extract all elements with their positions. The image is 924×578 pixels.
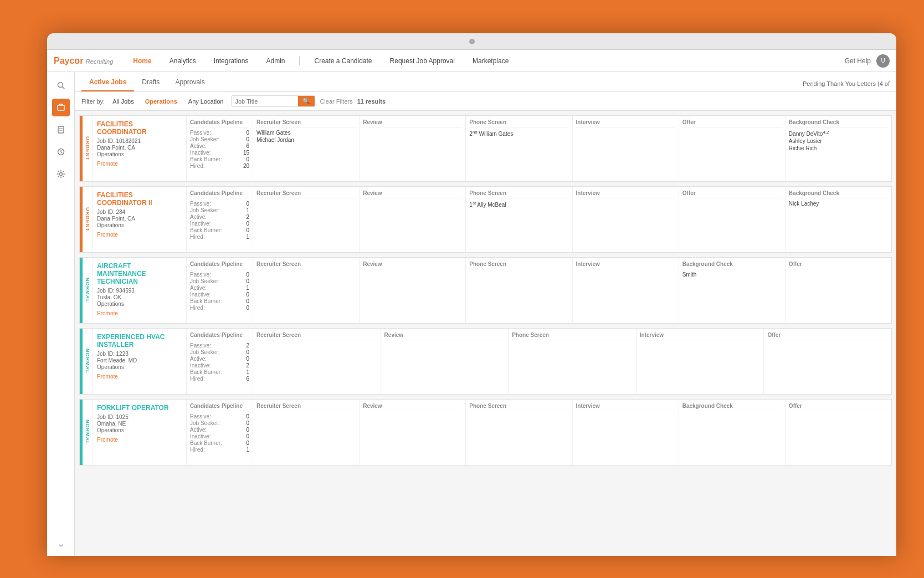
job-id: Job ID: 1025	[97, 414, 182, 420]
filter-operations[interactable]: Operations	[142, 97, 181, 106]
job-info: EXPERIENCED HVAC INSTALLER Job ID: 1223 …	[93, 329, 187, 394]
sidebar-chevron-icon[interactable]	[57, 542, 65, 551]
job-title[interactable]: FACILITIES COORDINATOR II	[97, 191, 182, 207]
background-header: Background Check	[682, 261, 782, 269]
job-row: NORMAL EXPERIENCED HVAC INSTALLER Job ID…	[79, 328, 892, 395]
urgency-col: NORMAL	[83, 400, 93, 465]
clear-filters-button[interactable]: Clear Filters	[320, 98, 352, 105]
job-title[interactable]: FORKLIFT OPERATOR	[97, 404, 182, 412]
job-title-search-input[interactable]	[232, 96, 298, 106]
svg-point-7	[59, 173, 62, 176]
candidate-name[interactable]: Richie Rich	[789, 145, 888, 151]
candidate-name[interactable]: 2nd William Gates	[469, 130, 568, 137]
interview-header: Interview	[640, 332, 761, 340]
sidebar	[47, 72, 75, 556]
jobs-list: URGENT FACILITIES COORDINATOR Job ID: 10…	[75, 111, 896, 474]
background-header: Background Check	[682, 403, 782, 411]
offer-header: Offer	[789, 261, 888, 269]
candidates-pipeline-col: Candidates Pipeline Passive:0 Job Seeker…	[187, 400, 253, 465]
nav-marketplace[interactable]: Marketplace	[469, 55, 512, 67]
recruiter-screen-col: Recruiter Screen	[253, 329, 381, 394]
urgency-col: URGENT	[83, 116, 93, 181]
background-header: Background Check	[789, 190, 888, 198]
nav-right: Get Help U	[845, 54, 890, 68]
search-button[interactable]: 🔍	[298, 96, 315, 106]
camera-dot	[469, 39, 475, 44]
svg-line-1	[62, 87, 64, 89]
sidebar-settings-icon[interactable]	[52, 165, 70, 183]
recruiter-header: Recruiter Screen	[256, 261, 356, 269]
background-col: Background Check Nick Lachey	[786, 187, 891, 252]
job-department: Operations	[97, 222, 182, 228]
offer-col: Offer	[764, 329, 891, 394]
job-promote[interactable]: Promote	[97, 310, 182, 316]
interview-col: Interview	[573, 400, 679, 465]
filter-all-jobs[interactable]: All Jobs	[109, 97, 137, 106]
filter-by-label: Filter by:	[81, 98, 105, 105]
job-row: NORMAL FORKLIFT OPERATOR Job ID: 1025 Om…	[79, 399, 892, 466]
nav-integrations[interactable]: Integrations	[211, 55, 252, 67]
tab-drafts[interactable]: Drafts	[134, 74, 167, 91]
nav-home[interactable]: Home	[130, 55, 155, 67]
phone-screen-col: Phone Screen 2nd William Gates	[466, 116, 572, 181]
sidebar-jobs-icon[interactable]	[52, 99, 70, 116]
filter-any-location[interactable]: Any Location	[185, 97, 227, 106]
review-header: Review	[363, 119, 462, 127]
sidebar-search-icon[interactable]	[52, 76, 70, 94]
phone-screen-col: Phone Screen	[466, 400, 572, 465]
candidate-name[interactable]: Ashley Losier	[789, 138, 888, 144]
candidate-name[interactable]: Danny DeVito4,2	[789, 130, 888, 137]
job-info: AIRCRAFT MAINTENANCE TECHNICIAN Job ID: …	[93, 258, 187, 323]
candidates-pipeline-col: Candidates Pipeline Passive:0 Job Seeker…	[187, 116, 253, 181]
results-count: 11 results	[357, 98, 386, 105]
tabs-bar: Active Jobs Drafts Approvals Pending Tha…	[75, 72, 896, 92]
interview-header: Interview	[576, 119, 675, 127]
urgency-col: NORMAL	[83, 329, 93, 394]
job-location: Dana Point, CA	[97, 145, 182, 151]
job-department: Operations	[97, 427, 182, 433]
review-col: Review	[360, 400, 466, 465]
nav-create-candidate[interactable]: Create a Candidate	[311, 55, 375, 67]
review-header: Review	[363, 403, 462, 411]
sidebar-docs-icon[interactable]	[52, 121, 70, 139]
tab-approvals[interactable]: Approvals	[167, 74, 212, 91]
interview-col: Interview	[573, 187, 679, 252]
user-avatar[interactable]: U	[876, 54, 890, 68]
background-col: Background Check	[679, 400, 786, 465]
recruiter-header: Recruiter Screen	[256, 119, 356, 127]
nav-bar: Paycor Recruiting Home Analytics Integra…	[47, 50, 896, 72]
job-title[interactable]: AIRCRAFT MAINTENANCE TECHNICIAN	[97, 262, 182, 285]
candidate-name[interactable]: William Gates	[256, 130, 356, 136]
candidates-header: Candidates Pipeline	[190, 119, 249, 127]
tab-active-jobs[interactable]: Active Jobs	[81, 74, 134, 91]
offer-col: Offer	[786, 258, 891, 323]
nav-request-approval[interactable]: Request Job Approval	[387, 55, 458, 67]
candidate-name[interactable]: Smith	[682, 272, 782, 278]
candidate-name[interactable]: Michael Jordan	[256, 137, 356, 143]
candidates-header: Candidates Pipeline	[190, 261, 249, 269]
job-promote[interactable]: Promote	[97, 161, 182, 167]
recruiter-header: Recruiter Screen	[256, 332, 377, 340]
phone-header: Phone Screen	[512, 332, 633, 340]
phone-screen-col: Phone Screen 1st Ally McBeal	[466, 187, 572, 252]
nav-analytics[interactable]: Analytics	[166, 55, 199, 67]
candidate-name[interactable]: Nick Lachey	[789, 201, 888, 207]
urgency-label: URGENT	[85, 207, 90, 232]
review-col: Review	[360, 258, 466, 323]
job-department: Operations	[97, 301, 182, 307]
nav-admin[interactable]: Admin	[263, 55, 288, 67]
job-promote[interactable]: Promote	[97, 437, 182, 443]
offer-header: Offer	[682, 119, 782, 127]
candidate-name[interactable]: 1st Ally McBeal	[469, 201, 568, 208]
phone-header: Phone Screen	[469, 190, 568, 198]
urgency-label: NORMAL	[85, 278, 90, 303]
recruiter-header: Recruiter Screen	[256, 190, 356, 198]
job-title[interactable]: EXPERIENCED HVAC INSTALLER	[97, 333, 182, 349]
job-promote[interactable]: Promote	[97, 374, 182, 380]
job-title[interactable]: FACILITIES COORDINATOR	[97, 120, 182, 136]
get-help-link[interactable]: Get Help	[845, 57, 871, 65]
nav-separator	[299, 57, 300, 65]
job-promote[interactable]: Promote	[97, 232, 182, 238]
recruiter-screen-col: Recruiter Screen William Gates Michael J…	[253, 116, 360, 181]
sidebar-clock-icon[interactable]	[52, 143, 70, 161]
